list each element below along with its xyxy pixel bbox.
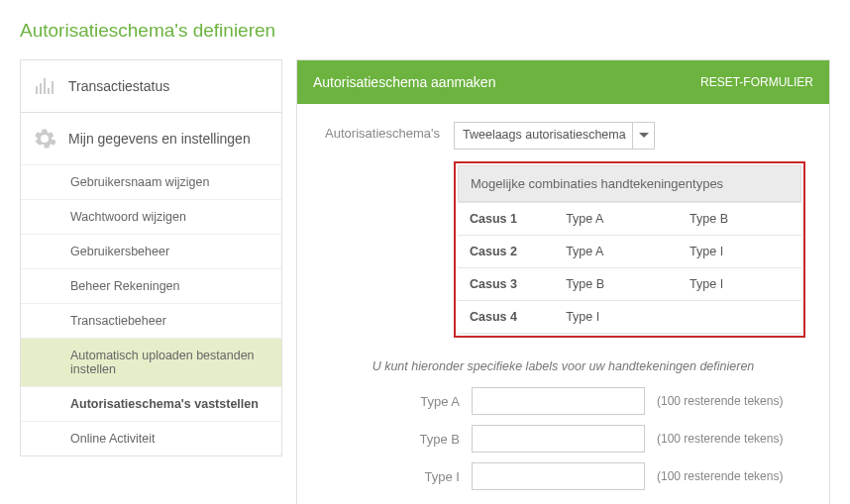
combinations-table: Casus 1 Type A Type B Casus 2 Type A Typ… [458, 202, 801, 334]
schema-select[interactable]: Tweelaags autorisatieschema [454, 122, 655, 150]
schema-label: Autorisatieschema's [321, 122, 440, 141]
labels-instruction: U kunt hieronder specifieke labels voor … [321, 359, 805, 373]
combinations-box: Mogelijke combinaties handtekeningentype… [454, 161, 805, 338]
type-i-label: Type I [321, 469, 460, 484]
sidebar-subitem-online-activity[interactable]: Online Activiteit [21, 421, 281, 455]
combinations-header: Mogelijke combinaties handtekeningentype… [458, 165, 801, 202]
type-i-hint: (100 resterende tekens) [657, 469, 783, 483]
sidebar-subitem-auto-upload[interactable]: Automatisch uploaden bestanden instellen [21, 338, 281, 386]
page-title: Autorisatieschema's definieren [20, 20, 830, 42]
main-panel: Autorisatieschema aanmaken RESET-FORMULI… [296, 59, 830, 504]
sidebar-item-my-details[interactable]: Mijn gegevens en instellingen [21, 113, 281, 164]
type-a-label: Type A [321, 394, 460, 409]
table-row: Casus 2 Type A Type I [458, 236, 801, 268]
table-row: Casus 1 Type A Type B [458, 203, 801, 236]
panel-title: Autorisatieschema aanmaken [313, 74, 495, 90]
schema-select-input[interactable]: Tweelaags autorisatieschema [455, 123, 654, 147]
table-row: Casus 4 Type I [458, 301, 801, 334]
sidebar-subitem-user-management[interactable]: Gebruikersbeheer [21, 234, 281, 268]
sidebar-subitem-transaction-management[interactable]: Transactiebeheer [21, 303, 281, 338]
sidebar-subitem-account-management[interactable]: Beheer Rekeningen [21, 268, 281, 303]
type-a-hint: (100 resterende tekens) [657, 394, 783, 408]
type-i-input[interactable] [472, 462, 645, 490]
table-row: Casus 3 Type B Type I [458, 268, 801, 301]
chart-icon [33, 74, 56, 98]
reset-form-link[interactable]: RESET-FORMULIER [700, 75, 813, 89]
sidebar-subitem-auth-schemas[interactable]: Autorisatieschema's vaststellen [21, 386, 281, 421]
gear-icon [33, 127, 56, 151]
sidebar: Transactiestatus Mijn gegevens en instel… [20, 59, 282, 456]
sidebar-item-label: Mijn gegevens en instellingen [68, 131, 251, 147]
sidebar-item-transaction-status[interactable]: Transactiestatus [21, 60, 281, 112]
sidebar-subitem-change-password[interactable]: Wachtwoord wijzigen [21, 199, 281, 234]
panel-header: Autorisatieschema aanmaken RESET-FORMULI… [297, 60, 829, 104]
type-a-input[interactable] [472, 387, 645, 415]
type-b-input[interactable] [472, 425, 645, 453]
sidebar-subitem-change-username[interactable]: Gebruikersnaam wijzigen [21, 164, 281, 199]
type-b-hint: (100 resterende tekens) [657, 432, 783, 446]
type-b-label: Type B [321, 432, 460, 447]
sidebar-item-label: Transactiestatus [68, 78, 169, 94]
